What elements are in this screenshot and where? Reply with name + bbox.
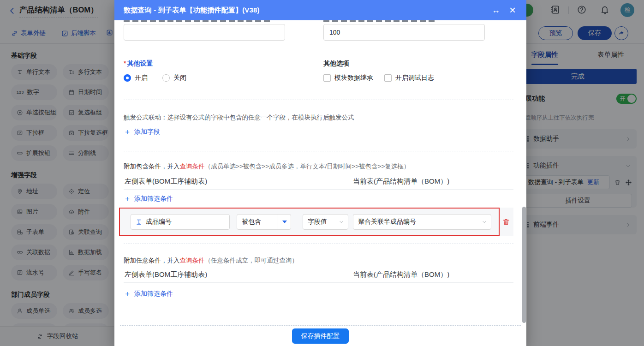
other-settings-label: 其他设置 (124, 60, 153, 68)
add-filter-link[interactable]: ＋ 添加筛选条件 (124, 195, 173, 203)
plus-icon: ＋ (124, 290, 131, 298)
condition-field-select[interactable]: 成品编号 (131, 214, 230, 230)
condition-operator-select[interactable]: 被包含 (237, 214, 291, 230)
checkbox-debug-log[interactable] (384, 74, 392, 82)
operator-value: 被包含 (242, 218, 261, 226)
current-form-header: 当前表(产品结构清单（BOM）) (353, 270, 449, 279)
delete-condition-icon[interactable] (502, 218, 510, 226)
query-limit-input[interactable] (323, 24, 485, 41)
divider (124, 244, 513, 244)
text-field-icon (136, 219, 142, 225)
checkbox-module-inherit[interactable] (323, 74, 331, 82)
condition-field-value: 成品编号 (146, 218, 172, 226)
query-condition-link[interactable]: 查询条件 (180, 257, 205, 264)
radio-on-label: 开启 (135, 74, 148, 82)
checkbox-label: 模块数据继承 (334, 74, 373, 82)
checkbox-label: 开启调试日志 (395, 74, 434, 82)
divider (124, 100, 513, 100)
add-filter-label: 添加筛选条件 (134, 195, 173, 203)
desc-text: 附加任意条件，并入 (124, 257, 180, 264)
modal-title: 数据查询 - 到子表单【功能插件配置】(V38) (124, 6, 260, 15)
plus-icon: ＋ (124, 195, 131, 203)
caret-down-icon (282, 221, 287, 223)
radio-off-label: 关闭 (173, 74, 186, 82)
other-options-label: 其他选项 (323, 60, 349, 68)
divider (124, 282, 513, 283)
divider (124, 151, 513, 151)
radio-group: 开启 关闭 (124, 74, 186, 82)
divider (120, 325, 521, 326)
condition-value-type-select[interactable]: 字段值 (303, 214, 348, 230)
caret-segment[interactable] (278, 215, 291, 229)
add-filter-link[interactable]: ＋ 添加筛选条件 (124, 290, 173, 298)
add-field-label: 添加字段 (134, 128, 160, 136)
radio-on[interactable] (124, 74, 131, 82)
clipped-label (323, 20, 435, 22)
left-form-header: 左侧表单(BOM工序辅助表) (125, 270, 207, 279)
radio-off[interactable] (162, 74, 170, 82)
chevron-down-icon (482, 219, 487, 225)
close-icon[interactable]: × (506, 0, 519, 20)
divider (124, 189, 513, 190)
save-plugin-config-button[interactable]: 保存插件配置 (292, 328, 349, 344)
plugin-config-modal: 数据查询 - 到子表单【功能插件配置】(V38) ↔ × 其他设置 开启 关闭 … (114, 0, 526, 346)
resize-icon[interactable]: ↔ (489, 0, 503, 20)
value-type: 字段值 (308, 218, 327, 226)
add-field-link[interactable]: ＋ 添加字段 (124, 128, 160, 136)
formula-hint: 触发公式联动：选择设有公式的字段中包含的任意一个字段，在模块执行后触发公式 (124, 113, 354, 122)
include-condition-desc: 附加包含条件，并入查询条件（成员单选>>被包含>>成员多选，单行文本/日期时间>… (124, 162, 410, 171)
left-form-header: 左侧表单(BOM工序辅助表) (125, 177, 207, 186)
condition-value: 聚合关联半成品编号 (358, 218, 416, 226)
add-filter-label: 添加筛选条件 (134, 290, 173, 298)
chevron-down-icon (339, 219, 344, 225)
desc-paren: （任意条件成立，即可通过查询） (205, 257, 298, 264)
clipped-label (124, 20, 270, 22)
config-input-left[interactable] (124, 24, 285, 41)
query-condition-link[interactable]: 查询条件 (180, 163, 205, 170)
desc-paren: （成员单选>>被包含>>成员多选，单行文本/日期时间>>被包含>>复选框） (205, 163, 410, 170)
desc-text: 附加包含条件，并入 (124, 163, 180, 170)
condition-value-select[interactable]: 聚合关联半成品编号 (353, 214, 491, 230)
checkbox-group: 模块数据继承 开启调试日志 (323, 74, 434, 82)
current-form-header: 当前表(产品结构清单（BOM）) (353, 177, 449, 186)
plus-icon: ＋ (124, 128, 131, 136)
modal-header: 数据查询 - 到子表单【功能插件配置】(V38) (114, 0, 526, 20)
modal-scrollbar[interactable] (522, 207, 526, 323)
any-condition-desc: 附加任意条件，并入查询条件（任意条件成立，即可通过查询） (124, 257, 298, 265)
